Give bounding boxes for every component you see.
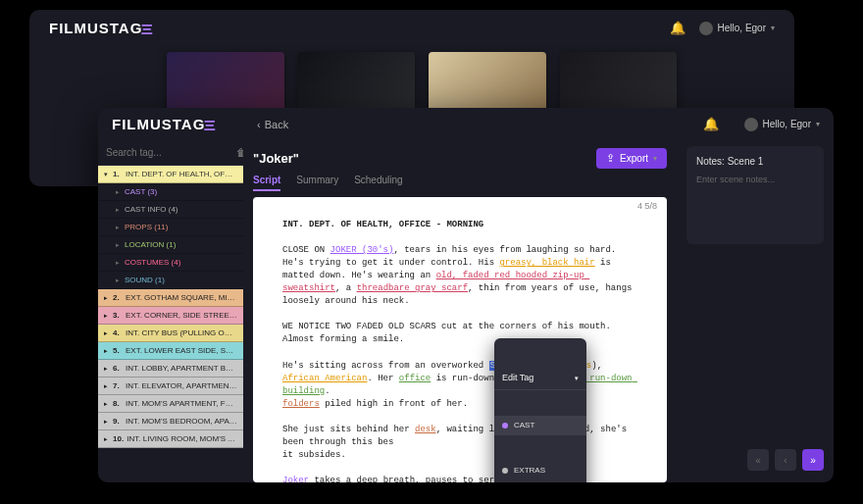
back-button[interactable]: ‹ Back [257,119,288,130]
tag-row-castinfo[interactable]: ▸CAST INFO (4) [98,201,243,219]
main-window: FILMUSTAGΞ ‹ Back 🔔 Hello, Egor ▾ 🗑 ▾ 1.… [98,108,834,482]
scene-row[interactable]: ▸3.EXT. CORNER, SIDE STREET - GOTH... [98,307,243,325]
right-panel: Notes: Scene 1 Enter scene notes... « ‹ … [677,140,834,482]
tag-row-costumes[interactable]: ▸COSTUMES (4) [98,254,243,272]
tag-row-sound[interactable]: ▸SOUND (1) [98,272,243,289]
notes-box: Notes: Scene 1 Enter scene notes... [686,146,824,244]
export-button[interactable]: ⇪ Export ▾ [596,148,667,169]
notes-textarea[interactable]: Enter scene notes... [696,175,814,184]
trash-icon[interactable]: 🗑 [232,147,243,158]
scene-row[interactable]: ▸9.INT. MOM'S BEDROOM, APARTMEN... [98,413,243,430]
tabs: Script Summary Scheduling [253,173,667,193]
search-input[interactable] [104,143,232,162]
brand-logo: FILMUSTAGΞ [49,20,153,36]
chevron-left-icon: ‹ [257,119,261,130]
chevron-down-icon: ▾ [771,24,775,32]
edit-tag-popup: Edit Tag ▾ CAST EXTRAS CAST INFO PROPS L… [494,338,586,482]
cloud-upload-icon: ⇪ [606,152,615,165]
tab-summary[interactable]: Summary [296,175,338,191]
scene-row[interactable]: ▸7.INT. ELEVATOR, APARTMENT BUILDI... [98,378,243,395]
chevron-down-icon: ▾ [575,374,579,383]
tab-scheduling[interactable]: Scheduling [354,175,402,191]
bell-icon[interactable]: 🔔 [670,21,685,35]
tab-script[interactable]: Script [253,175,280,191]
notes-title: Notes: Scene 1 [696,156,814,167]
popup-item-cast[interactable]: CAST [494,416,586,435]
scene-row[interactable]: ▸2.EXT. GOTHAM SQUARE, MIDTOWN... [98,289,243,307]
bell-icon[interactable]: 🔔 [703,117,719,131]
scene-row[interactable]: ▸10.INT. LIVING ROOM, MOM'S APART... [98,430,243,448]
chevron-down-icon: ▾ [104,171,108,178]
popup-title: Edit Tag [502,372,533,384]
script-text[interactable]: INT. DEPT. OF HEALTH, OFFICE - MORNING C… [253,215,667,482]
user-menu[interactable]: Hello, Egor ▾ [744,118,820,131]
tag-row-props[interactable]: ▸PROPS (11) [98,219,243,236]
user-greeting: Hello, Egor [763,119,811,129]
tag-row-cast[interactable]: ▸CAST (3) [98,183,243,201]
scene-row[interactable]: ▸8.INT. MOM'S APARTMENT, FRONT D... [98,395,243,413]
tag-row-location[interactable]: ▸LOCATION (1) [98,236,243,254]
page-indicator: 4 5/8 [637,201,657,211]
avatar [744,118,758,131]
header: FILMUSTAGΞ ‹ Back 🔔 Hello, Egor ▾ [98,108,834,140]
user-menu[interactable]: Hello, Egor ▾ [699,22,775,35]
pager-next[interactable]: » [802,449,824,471]
scene-row[interactable]: ▸5.EXT. LOWER EAST SIDE, STREETS -... [98,342,243,360]
user-greeting: Hello, Egor [718,23,766,33]
chevron-down-icon: ▾ [816,120,820,128]
main-panel: "Joker" ⇪ Export ▾ Script Summary Schedu… [243,140,677,482]
avatar [699,22,713,35]
pager-first[interactable]: « [747,449,769,471]
chevron-down-icon: ▾ [653,154,657,163]
scene-row[interactable]: ▸4.INT. CITY BUS (PULLING OUT) - HE... [98,325,243,342]
popup-item-extras[interactable]: EXTRAS [494,461,586,480]
scene-row-active[interactable]: ▾ 1. INT. DEPT. OF HEALTH, OFFICE - M... [98,166,243,183]
pagination: « ‹ » [686,449,824,477]
page-title: "Joker" [253,151,299,166]
brand-logo: FILMUSTAGΞ [112,116,216,132]
scene-row[interactable]: ▸6.INT. LOBBY, APARTMENT BUILDING ... [98,360,243,378]
pager-prev[interactable]: ‹ [775,449,796,471]
document: 4 5/8 INT. DEPT. OF HEALTH, OFFICE - MOR… [253,197,667,482]
sidebar: 🗑 ▾ 1. INT. DEPT. OF HEALTH, OFFICE - M.… [98,140,243,482]
